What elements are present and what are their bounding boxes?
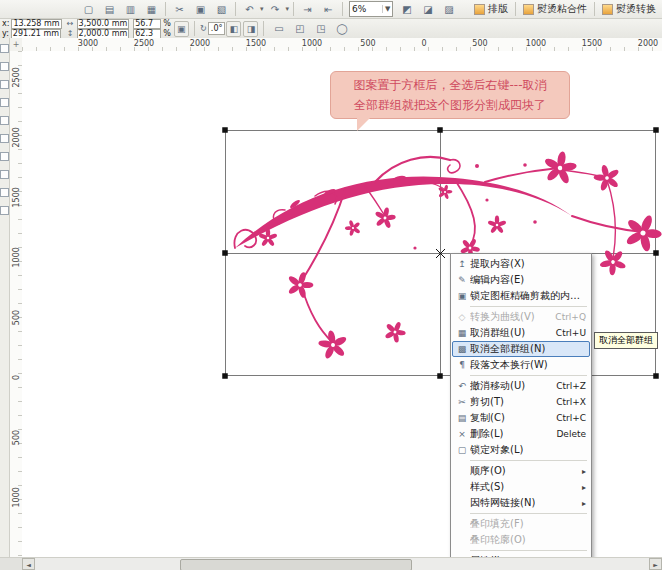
menu-item-order[interactable]: 顺序(O)▸ (452, 463, 590, 479)
cut-icon[interactable]: ✂ (170, 1, 189, 18)
propbar-separator-2 (263, 21, 264, 36)
object-height-field[interactable]: 2,000.0 mm (77, 29, 130, 39)
percent-sign-2: % (163, 29, 171, 38)
y-position-field[interactable]: 291.21 mm (11, 29, 61, 39)
menu-item-internet-links[interactable]: 因特网链接(N)▸ (452, 495, 590, 511)
scale-ratio-lock-icon[interactable]: ▣ (174, 21, 189, 37)
toolbar-separator (165, 2, 166, 16)
ruler-tick-label: 2000 (638, 39, 658, 48)
menu-item-lock-object[interactable]: ▢锁定对象(L) (452, 442, 590, 458)
tool-icon[interactable] (0, 170, 9, 179)
horizontal-scrollbar[interactable]: ◄ ► (0, 557, 662, 570)
menu-item-ungroup-all[interactable]: ▩取消全部群组(N) (452, 341, 590, 357)
convert-outline-icon[interactable]: ◯ (332, 20, 351, 37)
ruler-tick-label: 0 (12, 368, 21, 388)
copy-icon[interactable]: ▣ (191, 1, 210, 18)
x-label: x: (2, 19, 9, 28)
edit-contents-icon: ✎ (454, 275, 470, 285)
menu-item-wrap-paragraph-text-label: 段落文本换行(W) (470, 358, 548, 372)
tool-icon[interactable] (0, 116, 9, 125)
standard-toolbar: ▢▤▥▦✂▣▧↶▾↷▾⇥⇤ 6% ▼ ◩◪▨ 排版熨烫粘合件熨烫转换 (0, 0, 662, 19)
menu-item-delete[interactable]: ×删除(L)Delete (452, 426, 590, 442)
scrollbar-thumb[interactable] (180, 559, 412, 570)
tool-icon[interactable] (0, 134, 9, 143)
menu-item-properties-shortcut: Alt+Enter (534, 556, 586, 557)
lock-contents-icon: ▣ (454, 291, 470, 301)
tool-icon[interactable] (0, 188, 9, 197)
to-back-icon[interactable]: ◳ (311, 20, 330, 37)
scroll-right-button[interactable]: ► (649, 558, 662, 570)
ruler-tick-label: 0 (421, 39, 426, 48)
save-icon[interactable]: ▥ (121, 1, 140, 18)
scale-x-field[interactable]: 56.7 (133, 19, 161, 29)
width-icon: ↔ (66, 19, 75, 28)
undo-icon-dropdown[interactable]: ▾ (260, 5, 264, 13)
menu-item-lock-powerclip-contents[interactable]: ▣锁定图框精确剪裁的内容(P) (452, 288, 590, 304)
paste-icon[interactable]: ▧ (212, 1, 231, 18)
export-icon[interactable]: ⇤ (319, 1, 338, 18)
tooltip: 取消全部群组 (594, 332, 658, 349)
to-front-icon[interactable]: ◰ (290, 20, 309, 37)
menu-item-overprint-fill: 叠印填充(F) (452, 516, 590, 532)
menu-item-ungroup[interactable]: ▦取消群组(U)Ctrl+U (452, 325, 590, 341)
toolbar-button-iron-adhesive[interactable]: 熨烫粘合件 (523, 2, 587, 16)
menu-item-edit-contents-label: 编辑内容(E) (470, 273, 524, 287)
ungroup-icon: ▦ (454, 328, 470, 338)
drawing-canvas[interactable]: 图案置于方框后，全选后右键---取消 全部群组就把这个图形分割成四块了 ↥提取内… (22, 51, 662, 557)
tool-icon[interactable] (0, 98, 9, 107)
tool-icon[interactable] (0, 152, 9, 161)
ruler-tick-label: 1500 (12, 188, 21, 208)
menu-item-ungroup-label: 取消群组(U) (470, 326, 525, 340)
tool-icon[interactable] (0, 206, 9, 215)
toolbar-button-iron-adhesive-icon (523, 4, 534, 15)
menu-item-undo-move[interactable]: ↶撤消移动(U)Ctrl+Z (452, 378, 590, 394)
toolbar-button-iron-convert[interactable]: 熨烫转换 (602, 2, 656, 16)
toolbar-button-layout-icon (474, 4, 485, 15)
zoom-level-dropdown[interactable]: 6% ▼ (349, 1, 393, 17)
toolbar-button-layout[interactable]: 排版 (474, 2, 508, 16)
mirror-vertical-button[interactable]: ◨ (243, 21, 258, 37)
menu-item-copy[interactable]: ▤复制(C)Ctrl+C (452, 410, 590, 426)
menu-item-wrap-paragraph-text[interactable]: ¶段落文本换行(W) (452, 357, 590, 373)
import-icon[interactable]: ⇥ (298, 1, 317, 18)
horizontal-ruler[interactable]: 300025002000150010005000500100015002000 (22, 38, 662, 52)
object-position-group: x: 13.258 mm y: 291.21 mm (2, 19, 62, 39)
options-icon[interactable]: ▨ (439, 1, 458, 18)
menu-item-undo-move-shortcut: Ctrl+Z (548, 381, 586, 391)
wrap-text-icon[interactable]: ▭ (269, 20, 288, 37)
ruler-tick-label: 2500 (12, 68, 21, 88)
object-width-field[interactable]: 3,500.0 mm (77, 19, 130, 29)
scale-y-field[interactable]: 62.3 (133, 29, 161, 39)
lock-object-icon: ▢ (454, 445, 470, 455)
menu-item-lock-object-label: 锁定对象(L) (470, 443, 523, 457)
tool-icon[interactable] (0, 62, 9, 71)
extract-contents-icon: ↥ (454, 259, 470, 269)
menu-item-properties[interactable]: ≡属性(I)Alt+Enter (452, 553, 590, 557)
x-position-field[interactable]: 13.258 mm (11, 19, 61, 29)
menu-item-convert-to-curves-shortcut: Ctrl+Q (547, 312, 586, 322)
ruler-tick-label: 500 (12, 308, 21, 328)
rotation-angle-field[interactable]: .0 ° (208, 22, 226, 35)
menu-item-cut[interactable]: ✂剪切(T)Ctrl+X (452, 394, 590, 410)
redo-icon[interactable]: ↷ (266, 1, 285, 18)
ruler-tick-label: 1500 (246, 39, 266, 48)
scroll-left-button[interactable]: ◄ (22, 558, 35, 570)
menu-item-extract-contents[interactable]: ↥提取内容(X) (452, 256, 590, 272)
menu-item-styles[interactable]: 样式(S)▸ (452, 479, 590, 495)
print-icon[interactable]: ▦ (142, 1, 161, 18)
application-launcher-icon[interactable]: ◩ (397, 1, 416, 18)
new-document-icon[interactable]: ▢ (79, 1, 98, 18)
tool-icon[interactable] (0, 80, 9, 89)
open-icon[interactable]: ▤ (100, 1, 119, 18)
scale-group: 56.7 % 62.3 % (133, 19, 171, 39)
redo-icon-dropdown[interactable]: ▾ (286, 5, 290, 13)
menu-item-overprint-fill-label: 叠印填充(F) (470, 517, 524, 531)
mirror-horizontal-button[interactable]: ◧ (226, 21, 241, 37)
menu-item-overprint-outline-label: 叠印轮廓(O) (470, 533, 526, 547)
welcome-screen-icon[interactable]: ◪ (418, 1, 437, 18)
menu-item-edit-contents[interactable]: ✎编辑内容(E) (452, 272, 590, 288)
tool-icon[interactable] (0, 44, 9, 53)
menu-item-cut-shortcut: Ctrl+X (548, 397, 586, 407)
coreldraw-window: ▢▤▥▦✂▣▧↶▾↷▾⇥⇤ 6% ▼ ◩◪▨ 排版熨烫粘合件熨烫转换 x: 13… (0, 0, 662, 570)
undo-icon[interactable]: ↶ (240, 1, 259, 18)
